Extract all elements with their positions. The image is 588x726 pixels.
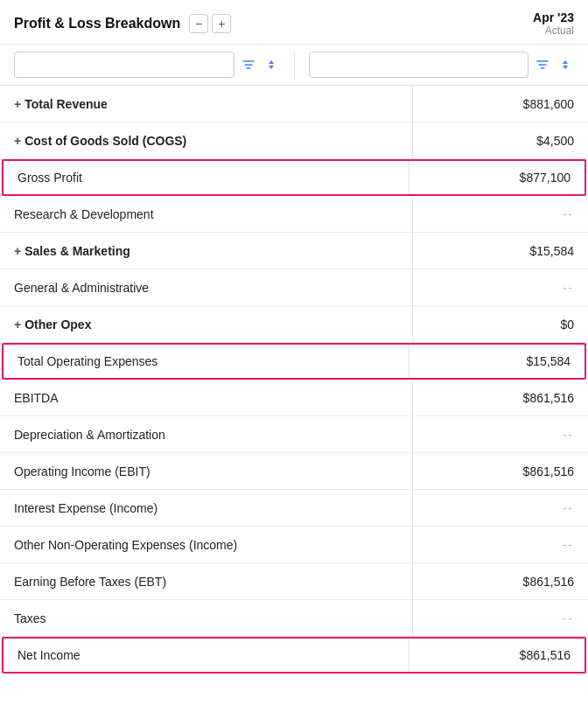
row-value-rd: -- [413, 196, 588, 232]
row-label-other-non-op: Other Non-Operating Expenses (Income) [0, 527, 413, 562]
row-text-interest: Interest Expense (Income) [14, 501, 158, 515]
table-row-ebit[interactable]: Operating Income (EBIT)$861,516 [0, 453, 588, 490]
page-title: Profit & Loss Breakdown [14, 16, 180, 31]
row-value-interest: -- [413, 490, 588, 526]
header-type: Actual [533, 24, 574, 37]
row-value-net-income: $861,516 [410, 639, 584, 672]
table-row-other-opex[interactable]: +Other Opex$0 [0, 306, 588, 343]
row-prefix-cogs: + [14, 134, 21, 148]
row-value-cogs: $4,500 [413, 122, 588, 158]
table-row-other-non-op[interactable]: Other Non-Operating Expenses (Income)-- [0, 527, 588, 563]
header-left: Profit & Loss Breakdown − + [14, 14, 231, 33]
row-label-ebt: Earning Before Taxes (EBT) [0, 563, 413, 599]
row-value-total-revenue: $881,600 [413, 86, 588, 122]
table-row-total-opex[interactable]: Total Operating Expenses$15,584 [2, 343, 586, 380]
table-row-rd[interactable]: Research & Development-- [0, 196, 588, 233]
header-right: Apr '23 Actual [533, 10, 574, 37]
row-value-ebitda: $861,516 [413, 380, 588, 415]
filter-icon-right[interactable] [534, 56, 551, 73]
table-row-gross-profit[interactable]: Gross Profit$877,100 [2, 159, 586, 196]
row-text-ga: General & Administrative [14, 281, 149, 295]
filter-cell-right [295, 52, 575, 78]
row-value-ebit: $861,516 [413, 453, 588, 489]
row-value-taxes: -- [413, 600, 588, 636]
table-body: +Total Revenue$881,600+Cost of Goods Sol… [0, 86, 588, 674]
row-text-other-non-op: Other Non-Operating Expenses (Income) [14, 538, 237, 552]
row-text-cogs: Cost of Goods Sold (COGS) [24, 134, 186, 148]
row-text-rd: Research & Development [14, 207, 154, 221]
row-label-interest: Interest Expense (Income) [0, 490, 413, 526]
row-prefix-sales-marketing: + [14, 244, 21, 258]
row-label-sales-marketing: +Sales & Marketing [0, 233, 413, 269]
row-label-cogs: +Cost of Goods Sold (COGS) [0, 122, 413, 158]
row-label-ga: General & Administrative [0, 269, 413, 305]
minimize-button[interactable]: − [189, 14, 208, 33]
table-row-taxes[interactable]: Taxes-- [0, 600, 588, 637]
table-row-interest[interactable]: Interest Expense (Income)-- [0, 490, 588, 527]
row-value-other-non-op: -- [413, 527, 588, 562]
filter-input-right[interactable] [309, 52, 529, 78]
row-text-ebit: Operating Income (EBIT) [14, 464, 150, 478]
table-row-da[interactable]: Depreciation & Amortization-- [0, 416, 588, 453]
table-row-ebt[interactable]: Earning Before Taxes (EBT)$861,516 [0, 563, 588, 600]
sort-icon-left[interactable] [262, 56, 280, 73]
row-value-total-opex: $15,584 [410, 345, 584, 378]
table-row-total-revenue[interactable]: +Total Revenue$881,600 [0, 86, 588, 122]
row-text-net-income: Net Income [18, 648, 80, 662]
row-value-da: -- [413, 416, 588, 452]
header-controls: − + [189, 14, 231, 33]
row-prefix-other-opex: + [14, 318, 21, 332]
row-label-other-opex: +Other Opex [0, 306, 413, 342]
row-label-ebitda: EBITDA [0, 380, 413, 415]
row-label-total-opex: Total Operating Expenses [4, 345, 410, 378]
row-label-da: Depreciation & Amortization [0, 416, 413, 452]
filter-row [0, 45, 588, 86]
row-value-gross-profit: $877,100 [410, 161, 584, 194]
table-row-ga[interactable]: General & Administrative-- [0, 269, 588, 306]
row-label-total-revenue: +Total Revenue [0, 86, 413, 122]
table-row-sales-marketing[interactable]: +Sales & Marketing$15,584 [0, 233, 588, 269]
row-label-rd: Research & Development [0, 196, 413, 232]
row-value-other-opex: $0 [413, 306, 588, 342]
row-text-ebitda: EBITDA [14, 391, 59, 405]
row-text-other-opex: Other Opex [24, 318, 91, 332]
filter-input-left[interactable] [14, 52, 234, 78]
row-text-ebt: Earning Before Taxes (EBT) [14, 575, 166, 589]
table-row-net-income[interactable]: Net Income$861,516 [2, 637, 586, 674]
row-prefix-total-revenue: + [14, 97, 21, 111]
row-label-gross-profit: Gross Profit [4, 161, 410, 194]
row-label-ebit: Operating Income (EBIT) [0, 453, 413, 489]
row-text-gross-profit: Gross Profit [18, 171, 82, 185]
table-row-cogs[interactable]: +Cost of Goods Sold (COGS)$4,500 [0, 122, 588, 159]
row-label-taxes: Taxes [0, 600, 413, 636]
row-value-ga: -- [413, 269, 588, 305]
expand-button[interactable]: + [212, 14, 231, 33]
row-text-total-opex: Total Operating Expenses [18, 354, 158, 368]
header-date: Apr '23 [533, 10, 574, 24]
row-text-taxes: Taxes [14, 611, 46, 625]
filter-icon-left[interactable] [240, 56, 257, 73]
page-header: Profit & Loss Breakdown − + Apr '23 Actu… [0, 0, 588, 45]
filter-cell-left [14, 52, 295, 78]
row-label-net-income: Net Income [4, 639, 410, 672]
table-row-ebitda[interactable]: EBITDA$861,516 [0, 380, 588, 416]
row-value-ebt: $861,516 [413, 563, 588, 599]
row-text-sales-marketing: Sales & Marketing [24, 244, 130, 258]
row-text-total-revenue: Total Revenue [24, 97, 108, 111]
row-text-da: Depreciation & Amortization [14, 428, 165, 442]
sort-icon-right[interactable] [556, 56, 574, 73]
row-value-sales-marketing: $15,584 [413, 233, 588, 269]
